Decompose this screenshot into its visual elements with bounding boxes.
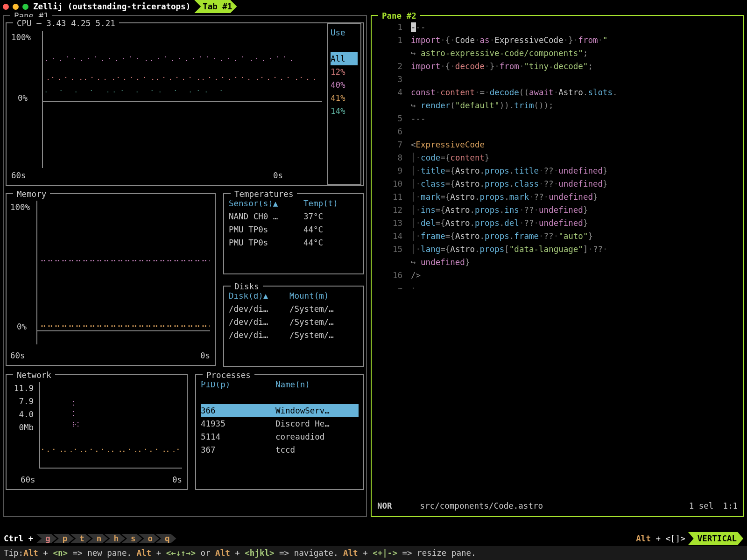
- proc-title: Processes: [203, 369, 254, 382]
- editor-statusline: NOR src/components/Code.astro 1 sel 1:1: [377, 499, 738, 512]
- cpu-core-usage[interactable]: 12%: [331, 65, 358, 78]
- processes-panel[interactable]: Processes PID(p)Name(n) 366WindowServ…41…: [195, 374, 364, 490]
- proc-col-name[interactable]: Name(n): [275, 378, 310, 391]
- disk-row: /dev/di…/System/…: [229, 315, 359, 329]
- net-y-label: 11.9: [10, 382, 34, 395]
- editor-cursor-pos: 1:1: [723, 499, 738, 512]
- alt-brackets-hint: Alt: [636, 532, 651, 545]
- cpu-x-0: 0s: [273, 169, 283, 182]
- code-line[interactable]: 3: [376, 73, 739, 86]
- code-line[interactable]: ↪ undefined}: [376, 256, 739, 269]
- mode-key-g[interactable]: g: [36, 534, 57, 543]
- code-line[interactable]: 12│·ins={Astro.props.ins·??·undefined}: [376, 203, 739, 217]
- code-line[interactable]: 15│·lang={Astro.props["data-language"]·?…: [376, 243, 739, 256]
- split-direction-badge: VERTICAL: [688, 532, 743, 545]
- disk-title: Disks: [231, 280, 263, 293]
- cpu-use-header: Use: [331, 26, 358, 39]
- cpu-y-0: 0%: [18, 91, 28, 105]
- mem-x-60: 60s: [10, 349, 25, 362]
- cpu-use-sidebar: Use All 12%40%41%14%: [327, 23, 361, 185]
- disk-col-mount[interactable]: Mount(m): [289, 289, 329, 302]
- code-line[interactable]: ~·: [376, 282, 739, 295]
- disks-panel: Disks Disk(d)▲Mount(m) /dev/di…/System/……: [223, 286, 364, 367]
- cpu-x-60: 60s: [11, 169, 26, 182]
- editor-selection: 1 sel: [689, 499, 714, 512]
- tab-current[interactable]: Tab #1: [194, 0, 237, 13]
- cpu-use-all[interactable]: All: [331, 52, 358, 65]
- temp-col-temp[interactable]: Temp(t): [303, 197, 338, 210]
- disk-row: /dev/di…/System/…: [229, 302, 359, 315]
- code-line[interactable]: 11│·mark={Astro.props.mark·??·undefined}: [376, 190, 739, 203]
- code-line[interactable]: 1import·{·Code·as·ExpressiveCode·}·from·…: [376, 34, 739, 47]
- temp-row: NAND CH0 …37°C: [229, 210, 359, 223]
- net-y-label: 7.9: [10, 395, 34, 408]
- ctrl-label: Ctrl +: [4, 532, 33, 545]
- temp-row: PMU TP0s44°C: [229, 236, 359, 249]
- disk-row: /dev/di…/System/…: [229, 329, 359, 342]
- code-line[interactable]: 9│·title={Astro.props.title·??·undefined…: [376, 164, 739, 177]
- cpu-panel: CPU — 3.43 4.25 5.21 100% 0% ⠄⠂⠄⠁⠂⠄⠂⠁⠄⠂⠄…: [6, 22, 364, 186]
- code-line[interactable]: 6: [376, 125, 739, 138]
- code-line[interactable]: 13│·del={Astro.props.del·??·undefined}: [376, 217, 739, 230]
- pane-1[interactable]: Pane #1 CPU — 3.43 4.25 5.21 100% 0% ⠄⠂⠄…: [3, 15, 367, 517]
- editor-mode: NOR: [377, 499, 392, 512]
- code-line[interactable]: 5---: [376, 112, 739, 125]
- traffic-lights: [3, 4, 28, 10]
- maximize-icon[interactable]: [22, 4, 28, 10]
- pane-2-label: Pane #2: [378, 9, 420, 22]
- close-icon[interactable]: [3, 4, 9, 10]
- temperatures-panel: Temperatures Sensor(s)▲Temp(t) NAND CH0 …: [223, 193, 364, 274]
- window-titlebar: Zellij (outstanding-triceratops) Tab #1: [0, 0, 747, 13]
- temp-row: PMU TP0s44°C: [229, 223, 359, 236]
- code-line[interactable]: 1---: [376, 21, 739, 34]
- memory-panel: Memory 100% 0% ⠒⠒⠒⠒⠒⠒⠒⠒⠒⠒⠒⠒⠒⠒⠒⠒⠒⠒⠒⠒⠒⠒⠒⠒⠒…: [6, 193, 216, 366]
- process-row[interactable]: 5114coreaudiod: [201, 430, 359, 443]
- code-line[interactable]: 7<ExpressiveCode: [376, 138, 739, 151]
- cpu-core-usage[interactable]: 14%: [331, 105, 358, 118]
- code-line[interactable]: 10│·class={Astro.props.class·??·undefine…: [376, 177, 739, 190]
- memory-title: Memory: [13, 188, 50, 201]
- editor-content[interactable]: 1---1import·{·Code·as·ExpressiveCode·}·f…: [376, 21, 739, 295]
- net-y-label: 0Mb: [10, 421, 34, 434]
- cpu-core-usage[interactable]: 40%: [331, 78, 358, 91]
- code-line[interactable]: ↪ astro-expressive-code/components";: [376, 47, 739, 60]
- editor-filepath: src/components/Code.astro: [420, 499, 543, 512]
- temp-title: Temperatures: [231, 188, 297, 201]
- mem-y-0: 0%: [17, 320, 27, 333]
- pane-2[interactable]: Pane #2 1---1import·{·Code·as·Expressive…: [371, 15, 744, 517]
- process-row[interactable]: 366WindowServ…: [201, 404, 359, 417]
- minimize-icon[interactable]: [13, 4, 19, 10]
- tip-label: Tip:: [4, 546, 23, 560]
- cpu-y-100: 100%: [11, 31, 31, 44]
- mem-x-0: 0s: [200, 349, 210, 362]
- network-panel: Network 11.97.94.00Mb ⠂⠄⠂⠠⠄.⠂.⠄⠂⠄⠂.⠄⠠⠄⠂.…: [6, 374, 188, 490]
- code-line[interactable]: 16/>: [376, 269, 739, 282]
- keybinding-bar: Ctrl + gptnhsoq Alt + <[]> VERTICAL: [0, 531, 747, 546]
- tip-bar: Tip: Alt + <n> => new pane. Alt + <←↓↑→>…: [0, 546, 747, 560]
- net-y-label: 4.0: [10, 408, 34, 421]
- cpu-core-usage[interactable]: 41%: [331, 91, 358, 105]
- session-name: (outstanding-triceratops): [68, 0, 190, 13]
- cpu-graph: 100% 0% ⠄⠂⠄⠁⠂⠄⠂⠁⠄⠂⠄⠂⠁⠂⠠⠄⠂⠁⠄⠂⠄⠂⠁⠁⠂⠄⠂⠄⠁⠠⠂⠄…: [11, 26, 322, 182]
- code-line[interactable]: 14│·frame={Astro.props.frame·??·"auto"}: [376, 230, 739, 243]
- net-x-0: 0s: [172, 473, 182, 486]
- process-row[interactable]: 41935Discord He…: [201, 417, 359, 430]
- code-line[interactable]: ↪ render("default")).trim());: [376, 99, 739, 112]
- code-line[interactable]: 8│·code={content}: [376, 151, 739, 164]
- code-line[interactable]: 2import·{·decode·}·from·"tiny-decode";: [376, 60, 739, 73]
- net-x-60: 60s: [21, 473, 35, 486]
- code-line[interactable]: 4const·content·=·decode((await·Astro.slo…: [376, 86, 739, 99]
- mem-y-100: 100%: [10, 201, 30, 214]
- process-row[interactable]: 367tccd: [201, 443, 359, 456]
- network-title: Network: [13, 369, 55, 382]
